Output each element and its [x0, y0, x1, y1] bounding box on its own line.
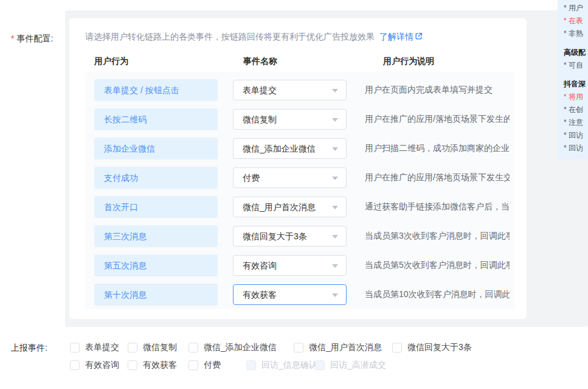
tip-line: * 可自: [564, 59, 588, 72]
checkbox-item-disabled: 回访_信息确认: [246, 360, 317, 371]
chevron-down-icon: [332, 293, 338, 297]
checkbox-item[interactable]: 有效咨询: [70, 360, 119, 371]
behavior-pill[interactable]: 第十次消息: [94, 284, 218, 306]
tip-line: * 非熟: [564, 27, 588, 40]
behavior-pill[interactable]: 首次开口: [94, 196, 218, 218]
tip-section-title: 抖音深: [564, 78, 588, 91]
tip-line: * 回访: [564, 129, 588, 142]
chevron-down-icon: [332, 147, 338, 151]
chevron-down-icon: [332, 206, 338, 209]
event-name-select[interactable]: 微信复制: [233, 109, 347, 130]
checkbox: [315, 360, 325, 370]
instruction-text: 请选择用户转化链路上的各类事件，按链路回传将更有利于优化广告投放效果了解详情: [85, 32, 423, 43]
tip-line: * 用户: [564, 2, 588, 15]
checkbox-item[interactable]: 微信_用户首次消息: [294, 342, 382, 353]
behavior-description: 用户在页面内完成表单填写并提交: [365, 85, 510, 96]
tips-side-panel: * 用户 * 在表 * 非熟 高级配 * 可自 抖音深 * 将用 * 在创 * …: [558, 0, 588, 159]
checkbox-item[interactable]: 微信回复大于3条: [392, 342, 472, 353]
checkbox-item[interactable]: 表单提交: [70, 342, 119, 353]
tip-line: * 回访: [564, 142, 588, 155]
column-header-behavior: 用户行为: [94, 56, 128, 67]
table-row: 支付成功 付费 用户在推广的应用/落地页场景下发生交...: [85, 163, 514, 192]
tip-section-title: 高级配: [564, 46, 588, 59]
chevron-down-icon: [332, 264, 338, 268]
table-row: 首次开口 微信_用户首次消息 通过获客助手链接添加微信客户后，当微...: [85, 192, 514, 222]
table-row: 长按二维码 微信复制 用户在推广的应用/落地页场景下发生的...: [85, 105, 514, 134]
table-row: 第三次消息 微信回复大于3条 当成员第3次收到客户消息时，回调此事...: [85, 222, 514, 251]
chevron-down-icon: [332, 177, 338, 180]
behavior-description: 用户在推广的应用/落地页场景下发生的...: [365, 114, 510, 125]
checkbox-item-disabled: 回访_高潜成交: [315, 360, 386, 371]
tip-line: * 将用: [564, 91, 588, 103]
checkbox[interactable]: [294, 343, 303, 352]
event-config-card: 请选择用户转化链路上的各类事件，按链路回传将更有利于优化广告投放效果了解详情 用…: [69, 18, 527, 319]
report-events-label: 上报事件:: [11, 343, 47, 354]
behavior-pill[interactable]: 第五次消息: [94, 254, 218, 276]
behavior-pill[interactable]: 第三次消息: [94, 225, 218, 247]
table-row: 第十次消息 有效获客 当成员第10次收到客户消息时，回调此事...: [85, 280, 514, 309]
checkbox: [246, 360, 256, 370]
table-row: 添加企业微信 微信_添加企业微信 用户扫描二维码，成功添加商家的企业微信: [85, 134, 514, 163]
checkbox-item[interactable]: 微信复制: [128, 342, 177, 353]
checkbox[interactable]: [128, 343, 137, 352]
event-name-select[interactable]: 微信_添加企业微信: [233, 138, 347, 159]
table-row: 表单提交 / 按钮点击 表单提交 用户在页面内完成表单填写并提交: [85, 75, 514, 105]
checkbox-item[interactable]: 有效获客: [128, 360, 177, 371]
checkbox[interactable]: [128, 360, 137, 370]
event-name-select[interactable]: 微信回复大于3条: [233, 226, 347, 247]
checkbox[interactable]: [392, 343, 402, 352]
behavior-pill[interactable]: 表单提交 / 按钮点击: [94, 79, 218, 101]
event-config-label: *事件配置:: [11, 33, 53, 44]
learn-more-link[interactable]: 了解详情: [379, 32, 423, 41]
required-asterisk: *: [11, 33, 14, 43]
checkbox[interactable]: [189, 360, 198, 370]
checkbox[interactable]: [70, 360, 80, 370]
tip-line: * 在创: [564, 103, 588, 116]
event-name-select[interactable]: 有效咨询: [233, 255, 347, 276]
tip-line: * 在表: [564, 15, 588, 27]
behavior-pill[interactable]: 支付成功: [94, 167, 218, 189]
behavior-pill[interactable]: 长按二维码: [94, 108, 218, 130]
checkbox-item[interactable]: 付费: [189, 360, 221, 371]
column-header-desc: 用户行为说明: [383, 56, 434, 67]
chevron-down-icon: [332, 118, 338, 122]
behavior-description: 当成员第10次收到客户消息时，回调此事...: [365, 289, 510, 300]
event-name-select[interactable]: 微信_用户首次消息: [233, 197, 347, 217]
field-label-text: 事件配置:: [16, 33, 53, 43]
behavior-pill[interactable]: 添加企业微信: [94, 138, 218, 159]
event-name-select[interactable]: 有效获客: [233, 284, 347, 305]
chevron-down-icon: [332, 235, 338, 239]
table-row: 第五次消息 有效咨询 当成员第5次收到客户消息时，回调此事...: [85, 251, 514, 280]
checkbox-item[interactable]: 微信_添加企业微信: [189, 342, 277, 353]
chevron-down-icon: [332, 89, 338, 93]
behavior-description: 当成员第5次收到客户消息时，回调此事...: [365, 260, 510, 271]
behavior-description: 通过获客助手链接添加微信客户后，当微...: [365, 202, 510, 212]
column-header-event: 事件名称: [243, 56, 277, 67]
behavior-description: 当成员第3次收到客户消息时，回调此事...: [365, 231, 510, 242]
event-rows-block: 表单提交 / 按钮点击 表单提交 用户在页面内完成表单填写并提交 长按二维码 微…: [85, 72, 514, 309]
tip-line: * 注意: [564, 116, 588, 129]
external-link-icon: [415, 32, 423, 40]
checkbox[interactable]: [189, 343, 198, 352]
behavior-description: 用户扫描二维码，成功添加商家的企业微信: [365, 143, 510, 154]
behavior-description: 用户在推广的应用/落地页场景下发生交...: [365, 172, 510, 183]
event-name-select[interactable]: 付费: [233, 167, 347, 188]
event-name-select[interactable]: 表单提交: [233, 80, 347, 100]
checkbox[interactable]: [70, 343, 80, 352]
